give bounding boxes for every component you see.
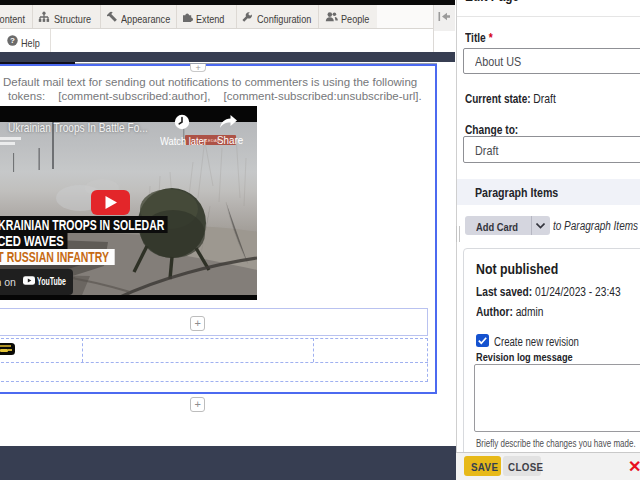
svg-text:?: ? <box>10 36 15 45</box>
